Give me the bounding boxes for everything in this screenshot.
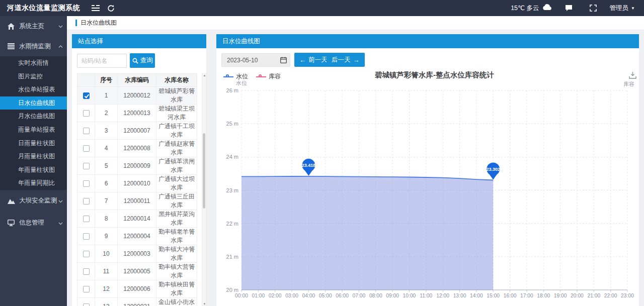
submenu-item[interactable]: 水位单站报表 [0,83,67,96]
table-row[interactable]: 1012000003勤丰镇大冲箐水库 [77,245,197,263]
submenu-item[interactable]: 图片监控 [0,70,67,83]
row-code: 12000021 [118,298,156,306]
row-checkbox[interactable] [83,128,90,134]
sidebar: 系统主页 水雨情监测 实时水雨情图片监控水位单站报表日水位曲线图月水位曲线图雨量… [0,16,67,306]
row-checkbox[interactable] [83,216,90,222]
chart-canvas[interactable]: 20 m21 m22 m23 m24 m25 m26 m00:0001:0002… [216,83,639,306]
row-checkbox[interactable] [83,180,90,187]
message-icon[interactable] [561,0,577,16]
x-tick-label: 16:00 [504,293,517,298]
y-tick-label: 21 m [226,254,238,260]
station-select-panel: 站点选择 查询 序号 水库编码 水库名称 [72,34,206,306]
date-picker[interactable]: 2023-05-10 [221,53,290,67]
table-row[interactable]: 412000008广通镇赵家箐水库 [77,140,197,157]
table-row[interactable]: 1212000006勤丰镇秧田箐水库 [77,280,197,298]
submenu-item[interactable]: 日雨量柱状图 [0,137,67,150]
row-code: 12000003 [118,245,156,263]
table-row[interactable]: 1112000005勤丰镇大营箐水库 [77,263,197,280]
monitor-icon [6,220,16,226]
refresh-icon[interactable] [103,0,118,16]
cloud-icon [542,4,552,12]
search-button[interactable]: 查询 [130,53,155,68]
x-tick-label: 23:00 [621,293,634,298]
table-row[interactable]: 112000012碧城镇芦彩箐水库 [77,87,197,105]
download-image-icon[interactable] [629,71,636,81]
table-row[interactable]: 312000007广通镇千工坝水库 [77,122,197,140]
y-tick-label: 26 m [226,87,238,93]
row-code: 12000005 [118,263,156,280]
row-checkbox[interactable] [83,92,90,99]
scroll-up-icon[interactable]: ▲ [203,74,206,77]
sidebar-item-label: 水雨情监测 [19,42,58,51]
collapse-menu-icon[interactable] [88,0,103,16]
scroll-down-icon[interactable]: ▼ [203,302,206,305]
row-no: 8 [95,210,118,228]
fullscreen-icon[interactable] [586,0,601,16]
col-name: 水库名称 [156,74,197,87]
table-row[interactable]: 612000010广通镇大过坝水库 [77,175,197,192]
row-no: 2 [95,105,118,122]
app-root: 河道水位流量监测系统 15℃ 多云 管理员 ▼ [0,0,644,306]
row-checkbox[interactable] [83,145,90,152]
row-name: 碧城镇芦彩箐水库 [156,87,197,105]
sidebar-item-info-management[interactable]: 信息管理 [0,212,67,234]
row-checkbox[interactable] [83,233,90,240]
x-tick-label: 18:00 [537,293,550,298]
legend-marker-icon [223,74,233,79]
user-menu[interactable]: 管理员 ▼ [610,4,635,13]
table-row[interactable]: 1312000021金山镇小街水库 [77,298,197,306]
submenu-item[interactable]: 雨量单站报表 [0,123,67,137]
station-panel-body: 查询 序号 水库编码 水库名称 112000012碧城镇芦彩箐水库2120000… [72,48,206,306]
home-icon [6,23,16,30]
weather-status: 15℃ 多云 [511,4,552,13]
x-tick-label: 19:00 [554,293,567,298]
col-no: 序号 [95,74,118,87]
submenu-item[interactable]: 年雨量柱状图 [0,163,67,177]
submenu-item[interactable]: 日水位曲线图 [0,96,67,110]
x-tick-label: 17:00 [520,293,533,298]
row-checkbox[interactable] [83,251,90,257]
row-name: 勤丰镇秧田箐水库 [156,280,197,298]
sidebar-item-dam-safety[interactable]: 大坝安全监测 [0,190,67,212]
row-checkbox[interactable] [83,110,90,117]
x-tick-label: 00:00 [235,293,248,298]
row-checkbox[interactable] [83,303,90,306]
submenu-item[interactable]: 年雨量同期比 [0,176,67,190]
table-scrollbar[interactable]: ▲ ▼ [202,73,206,306]
chevron-up-icon [58,43,63,50]
caret-down-icon: ▼ [631,6,635,11]
submenu-item[interactable]: 月雨量柱状图 [0,150,67,163]
app-title: 河道水位流量监测系统 [0,4,88,13]
submenu-item[interactable]: 实时水雨情 [0,56,67,70]
x-tick-label: 21:00 [587,293,600,298]
table-row[interactable]: 912000004勤丰镇老羊箐水库 [77,228,197,245]
arrow-right-icon: → [353,56,360,64]
row-checkbox[interactable] [83,268,90,275]
table-row[interactable]: 512000009广通镇革洪闸水库 [77,157,197,175]
x-tick-label: 04:00 [302,293,315,298]
row-name: 广通镇千工坝水库 [156,122,197,140]
sidebar-item-hydrology[interactable]: 水雨情监测 [0,36,67,56]
x-tick-label: 14:00 [470,293,483,298]
station-search-input[interactable] [77,54,127,68]
table-row[interactable]: 812000014黑井镇芹菜沟水库 [77,210,197,228]
station-table-head: 序号 水库编码 水库名称 [77,74,197,87]
row-name: 广通镇三丘田水库 [156,192,197,210]
row-code: 12000009 [118,157,156,175]
x-tick-label: 10:00 [403,293,416,298]
row-checkbox[interactable] [83,198,90,205]
row-name: 广通镇革洪闸水库 [156,157,197,175]
next-day-button[interactable]: 后一天 → [327,53,365,67]
station-search-row: 查询 [77,53,155,68]
col-checkbox [77,74,95,87]
row-checkbox[interactable] [83,286,90,292]
row-checkbox[interactable] [83,163,90,169]
row-code: 12000008 [118,140,156,157]
table-row[interactable]: 212000013碧城镇梁王坝河水库 [77,105,197,122]
sidebar-item-home[interactable]: 系统主页 [0,16,67,36]
x-tick-label: 07:00 [353,293,366,298]
submenu-item[interactable]: 月水位曲线图 [0,110,67,123]
x-tick-label: 11:00 [420,293,432,298]
scrollbar-thumb[interactable] [203,133,205,209]
table-row[interactable]: 712000011广通镇三丘田水库 [77,192,197,210]
